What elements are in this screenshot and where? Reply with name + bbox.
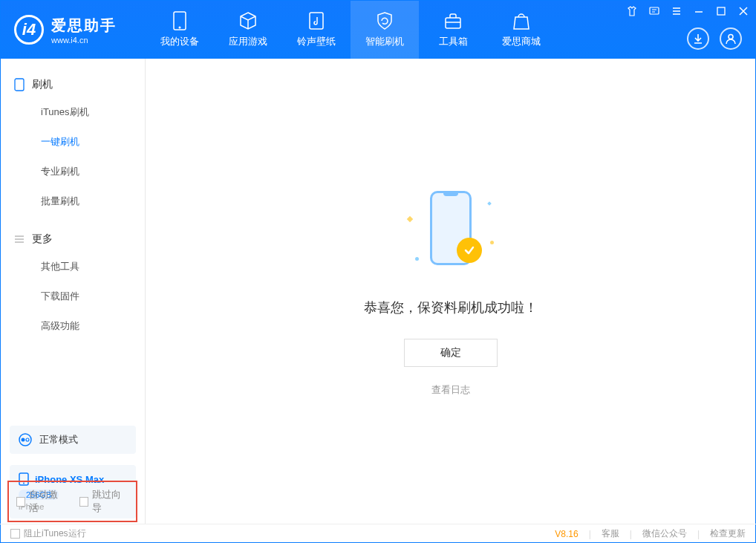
sidebar-item-download-firmware[interactable]: 下载固件 xyxy=(1,282,145,311)
nav-my-device[interactable]: 我的设备 xyxy=(146,1,214,59)
nav-label: 爱思商城 xyxy=(502,35,541,48)
main-nav: 我的设备 应用游戏 铃声壁纸 智能刷机 工具箱 爱思商城 xyxy=(146,1,555,59)
svg-rect-7 xyxy=(15,79,24,91)
status-bar: 阻止iTunes运行 V8.16 | 客服 | 微信公众号 | 检查更新 xyxy=(0,524,756,543)
device-icon xyxy=(170,11,189,30)
view-log-link[interactable]: 查看日志 xyxy=(431,383,470,397)
nav-label: 智能刷机 xyxy=(365,35,404,48)
shield-refresh-icon xyxy=(375,11,394,30)
nav-ringtones-wallpapers[interactable]: 铃声壁纸 xyxy=(282,1,351,59)
logo-icon: i4 xyxy=(14,15,44,45)
maximize-button[interactable] xyxy=(715,5,727,17)
svg-point-9 xyxy=(22,438,25,442)
nav-label: 工具箱 xyxy=(439,35,468,48)
sidebar-item-pro-flash[interactable]: 专业刷机 xyxy=(1,157,145,186)
downloads-button[interactable] xyxy=(687,27,709,50)
nav-label: 我的设备 xyxy=(160,35,199,48)
toolbox-icon xyxy=(443,11,463,30)
app-header: i4 爱思助手 www.i4.cn 我的设备 应用游戏 铃声壁纸 智能刷机 工具… xyxy=(1,1,755,59)
nav-label: 应用游戏 xyxy=(229,35,267,48)
checkbox-label: 自动激活 xyxy=(29,488,65,515)
device-status-text: 正常模式 xyxy=(39,433,78,446)
logo-area: i4 爱思助手 www.i4.cn xyxy=(1,15,146,45)
sidebar-item-other-tools[interactable]: 其他工具 xyxy=(1,252,145,282)
feedback-icon[interactable] xyxy=(648,5,660,17)
group-title: 刷机 xyxy=(32,78,53,91)
sidebar-item-itunes-flash[interactable]: iTunes刷机 xyxy=(1,97,145,127)
app-subtitle: www.i4.cn xyxy=(51,36,117,45)
checkbox-icon xyxy=(79,497,88,507)
support-link[interactable]: 客服 xyxy=(602,527,619,540)
svg-rect-3 xyxy=(446,18,460,28)
window-controls xyxy=(626,5,749,17)
account-button[interactable] xyxy=(720,27,742,50)
status-icon xyxy=(19,433,32,446)
wechat-link[interactable]: 微信公众号 xyxy=(642,527,687,540)
group-title: 更多 xyxy=(32,233,53,246)
device-status-card[interactable]: 正常模式 xyxy=(10,426,136,454)
sidebar-item-advanced[interactable]: 高级功能 xyxy=(1,311,145,341)
block-itunes-checkbox[interactable]: 阻止iTunes运行 xyxy=(10,527,86,540)
success-message: 恭喜您，保资料刷机成功啦！ xyxy=(364,299,538,316)
menu-icon[interactable] xyxy=(671,5,682,17)
phone-small-icon xyxy=(14,78,25,91)
check-update-link[interactable]: 检查更新 xyxy=(710,527,746,540)
sidebar: 刷机 iTunes刷机 一键刷机 专业刷机 批量刷机 更多 其他工具 下载固件 … xyxy=(1,59,146,524)
svg-point-1 xyxy=(179,27,181,29)
confirm-button[interactable]: 确定 xyxy=(404,339,498,367)
flash-options-bar: 自动激活 跳过向导 xyxy=(7,481,137,522)
minimize-button[interactable] xyxy=(693,5,705,17)
music-file-icon xyxy=(307,11,326,30)
sidebar-group-more: 更多 xyxy=(1,227,145,252)
cube-icon xyxy=(238,11,258,30)
nav-smart-flash[interactable]: 智能刷机 xyxy=(351,1,419,59)
skip-guide-checkbox[interactable]: 跳过向导 xyxy=(79,488,129,515)
nav-apps-games[interactable]: 应用游戏 xyxy=(214,1,282,59)
shopping-bag-icon xyxy=(512,11,531,30)
checkbox-icon xyxy=(10,529,20,539)
auto-activate-checkbox[interactable]: 自动激活 xyxy=(16,488,66,515)
close-button[interactable] xyxy=(737,5,749,17)
svg-point-10 xyxy=(26,438,29,441)
version-label: V8.16 xyxy=(555,529,578,539)
svg-point-6 xyxy=(729,35,733,39)
svg-rect-4 xyxy=(650,7,659,14)
main-content: 恭喜您，保资料刷机成功啦！ 确定 查看日志 xyxy=(146,59,755,524)
nav-toolbox[interactable]: 工具箱 xyxy=(419,1,487,59)
nav-label: 铃声壁纸 xyxy=(297,35,336,48)
checkbox-icon xyxy=(16,497,25,507)
sidebar-item-batch-flash[interactable]: 批量刷机 xyxy=(1,186,145,216)
app-body: 刷机 iTunes刷机 一键刷机 专业刷机 批量刷机 更多 其他工具 下载固件 … xyxy=(1,59,755,524)
checkbox-label: 跳过向导 xyxy=(92,488,128,515)
nav-store[interactable]: 爱思商城 xyxy=(487,1,555,59)
svg-rect-5 xyxy=(717,7,725,15)
checkbox-label: 阻止iTunes运行 xyxy=(24,527,86,540)
svg-rect-2 xyxy=(310,13,323,29)
check-badge-icon xyxy=(457,238,482,263)
success-illustration xyxy=(406,187,495,276)
app-title: 爱思助手 xyxy=(51,16,117,36)
header-right-buttons xyxy=(687,27,742,50)
sidebar-group-flash: 刷机 xyxy=(1,72,145,97)
shirt-icon[interactable] xyxy=(626,5,638,17)
sidebar-item-oneclick-flash[interactable]: 一键刷机 xyxy=(1,127,145,157)
list-icon xyxy=(14,234,25,244)
